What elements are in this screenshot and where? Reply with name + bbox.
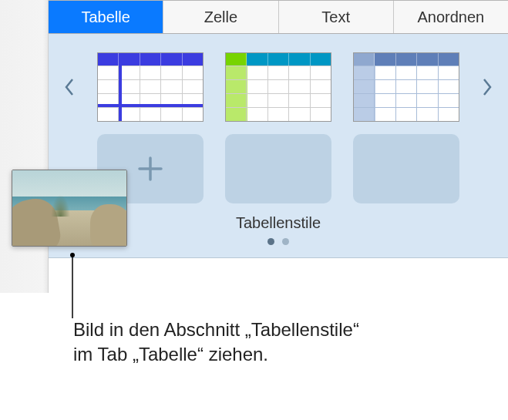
svg-point-3 [70,253,75,257]
tab-label: Anordnen [418,8,485,26]
tab-label: Tabelle [81,8,130,26]
callout-line-1: Bild in den Abschnitt „Tabellenstile“ [73,318,497,342]
chevron-right-icon[interactable] [476,52,499,122]
table-style-thumbnails [81,52,476,122]
tab-arrange[interactable]: Anordnen [394,1,508,33]
chevron-left-icon[interactable] [58,52,81,122]
tab-label: Text [321,8,350,26]
tab-table[interactable]: Tabelle [49,1,163,33]
page-dot[interactable] [267,238,274,245]
page-dot[interactable] [282,238,289,245]
empty-style-slot[interactable] [225,134,331,203]
sidebar-strip [0,0,49,293]
dragged-image-thumbnail[interactable] [12,170,127,247]
tab-cell[interactable]: Zelle [163,1,278,33]
tab-bar: Tabelle Zelle Text Anordnen [49,0,508,34]
tab-text[interactable]: Text [279,1,394,33]
beach-grass [51,195,70,217]
empty-style-slot[interactable] [353,134,459,203]
table-style-1[interactable] [97,52,204,122]
tab-label: Zelle [204,8,237,26]
plus-icon [133,152,167,186]
styles-row [58,52,499,122]
beach-sky [12,170,126,197]
callout-text: Bild in den Abschnitt „Tabellenstile“ im… [73,318,497,368]
callout-connector [70,253,86,322]
table-style-3[interactable] [353,52,459,122]
callout-line-2: im Tab „Tabelle“ ziehen. [73,342,497,367]
table-style-2[interactable] [225,52,331,122]
beach-dune [90,204,127,247]
